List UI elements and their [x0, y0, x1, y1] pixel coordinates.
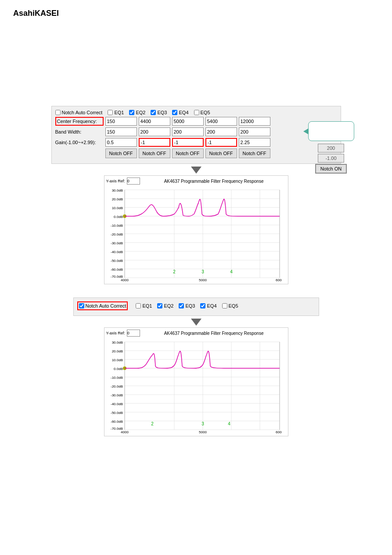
notch-off-btn-3[interactable]: Notch OFF [172, 149, 204, 158]
notch-off-btn-1[interactable]: Notch OFF [105, 149, 137, 158]
svg-text:-40.0dB: -40.0dB [110, 402, 122, 406]
band-width-input-4[interactable] [205, 127, 237, 136]
panel2-eq4-label[interactable]: EQ4 [200, 303, 216, 308]
svg-text:-10.0dB: -10.0dB [110, 224, 122, 228]
center-freq-input-2[interactable] [139, 117, 170, 126]
eq2-label[interactable]: EQ2 [129, 110, 145, 115]
eq1-label[interactable]: EQ1 [108, 110, 124, 115]
chart1-svg: 30.0dB 20.0dB 10.0dB 0.0dB -10.0dB -20.0… [106, 185, 282, 282]
eq3-label[interactable]: EQ3 [151, 110, 167, 115]
gain-input-2[interactable] [139, 138, 170, 147]
svg-text:0.0dB: 0.0dB [114, 367, 123, 371]
svg-text:-60.0dB: -60.0dB [110, 268, 122, 272]
center-freq-row: Center Frequency: [55, 117, 337, 126]
svg-text:20.0dB: 20.0dB [111, 197, 122, 201]
svg-text:4: 4 [230, 269, 233, 274]
gain-input-1[interactable] [105, 138, 137, 147]
gain-row: Gain(-1.00~+2.99): [55, 138, 337, 147]
callout-gain-input[interactable] [318, 154, 344, 163]
notch-off-btn-5[interactable]: Notch OFF [239, 149, 270, 158]
panel2-eq3-checkbox[interactable] [179, 303, 184, 308]
panel2-eq5-checkbox[interactable] [222, 303, 227, 308]
gain-input-5[interactable] [239, 138, 270, 147]
notch-on-button[interactable]: Notch ON [315, 164, 347, 174]
logo: AsahiKASEI [13, 9, 383, 18]
eq1-checkbox[interactable] [108, 110, 113, 115]
panel2-eq3-label[interactable]: EQ3 [179, 303, 195, 308]
panel1: Notch Auto Correct EQ1 EQ2 EQ3 [51, 106, 341, 164]
band-width-input-1[interactable] [105, 127, 137, 136]
panel2-eq4-checkbox[interactable] [200, 303, 205, 308]
svg-text:2: 2 [173, 269, 176, 274]
panel2-notch-auto-correct-label[interactable]: Notch Auto Correct [79, 303, 126, 308]
svg-text:5000: 5000 [199, 430, 207, 434]
gain-input-4[interactable] [205, 138, 237, 147]
panel2-eq2-checkbox[interactable] [157, 303, 162, 308]
chart1: Y-axis Ref: AK4637 Programmable Filter F… [104, 175, 288, 284]
band-width-label: Band Width: [55, 129, 104, 134]
svg-text:-60.0dB: -60.0dB [110, 420, 122, 424]
eq5-checkbox[interactable] [194, 110, 199, 115]
band-width-input-3[interactable] [172, 127, 204, 136]
svg-text:2: 2 [151, 421, 154, 426]
panel2-eq1-checkbox[interactable] [136, 303, 141, 308]
gain-label: Gain(-1.00~+2.99): [55, 140, 104, 145]
svg-text:-30.0dB: -30.0dB [110, 241, 122, 245]
callout-left-arrow [303, 128, 309, 134]
svg-text:20.0dB: 20.0dB [111, 349, 122, 353]
panel2-notch-auto-correct-checkbox[interactable] [79, 303, 84, 308]
band-width-row: Band Width: [55, 127, 337, 136]
svg-text:-40.0dB: -40.0dB [110, 250, 122, 254]
chart2-yref-input[interactable] [127, 330, 140, 337]
callout-bandwidth-input[interactable] [318, 144, 344, 152]
panel2-notch-auto-correct-outline: Notch Auto Correct [77, 301, 128, 310]
panel2-checkbox-row: Notch Auto Correct EQ1 EQ2 EQ3 EQ [77, 301, 315, 310]
svg-text:10.0dB: 10.0dB [111, 206, 122, 210]
chart2-yref-label: Y-axis Ref: [106, 331, 125, 335]
band-width-input-2[interactable] [139, 127, 170, 136]
svg-text:-50.0dB: -50.0dB [110, 259, 122, 263]
panel2-eq2-label[interactable]: EQ2 [157, 303, 173, 308]
notch-buttons-row: Notch OFF Notch OFF Notch OFF Notch OFF … [105, 149, 337, 158]
svg-text:0.0dB: 0.0dB [114, 215, 123, 219]
panel2-eq5-label[interactable]: EQ5 [222, 303, 238, 308]
center-freq-input-1[interactable] [105, 117, 137, 126]
eq4-checkbox[interactable] [172, 110, 177, 115]
chart1-yref-input[interactable] [127, 178, 140, 185]
gain-input-3[interactable] [172, 138, 204, 147]
svg-text:4000: 4000 [121, 430, 129, 434]
center-freq-input-4[interactable] [205, 117, 237, 126]
svg-text:-30.0dB: -30.0dB [110, 393, 122, 397]
chart2-title: AK4637 Programmable Filter Frequency Res… [142, 331, 286, 336]
svg-text:-20.0dB: -20.0dB [110, 232, 122, 236]
eq5-label[interactable]: EQ5 [194, 110, 210, 115]
center-freq-input-3[interactable] [172, 117, 204, 126]
eq4-label[interactable]: EQ4 [172, 110, 188, 115]
eq2-checkbox[interactable] [129, 110, 134, 115]
svg-text:-10.0dB: -10.0dB [110, 376, 122, 380]
chart2: Y-axis Ref: AK4637 Programmable Filter F… [104, 327, 288, 436]
svg-text:30.0dB: 30.0dB [111, 341, 122, 345]
band-width-input-5[interactable] [239, 127, 270, 136]
notch-auto-correct-checkbox[interactable] [55, 110, 61, 115]
svg-text:30.0dB: 30.0dB [111, 189, 122, 192]
svg-text:6000: 6000 [276, 278, 282, 282]
arrow-down-1 [191, 167, 201, 174]
svg-text:3: 3 [201, 269, 204, 274]
notch-auto-correct-label[interactable]: Notch Auto Correct [55, 110, 103, 115]
chart1-yref-label: Y-axis Ref: [106, 179, 125, 183]
panel2-eq1-label[interactable]: EQ1 [136, 303, 152, 308]
svg-text:-20.0dB: -20.0dB [110, 385, 122, 388]
checkbox-row: Notch Auto Correct EQ1 EQ2 EQ3 [55, 110, 337, 115]
notch-off-btn-2[interactable]: Notch OFF [139, 149, 170, 158]
callout-area: Notch ON [308, 121, 354, 174]
chart1-title: AK4637 Programmable Filter Frequency Res… [142, 179, 286, 184]
svg-text:4000: 4000 [121, 278, 129, 282]
logo-part2: KASEI [35, 9, 59, 18]
center-freq-input-5[interactable] [239, 117, 270, 126]
notch-off-btn-4[interactable]: Notch OFF [205, 149, 237, 158]
eq3-checkbox[interactable] [151, 110, 156, 115]
svg-text:4: 4 [228, 421, 230, 426]
svg-text:5000: 5000 [199, 278, 207, 282]
svg-text:3: 3 [201, 421, 204, 426]
